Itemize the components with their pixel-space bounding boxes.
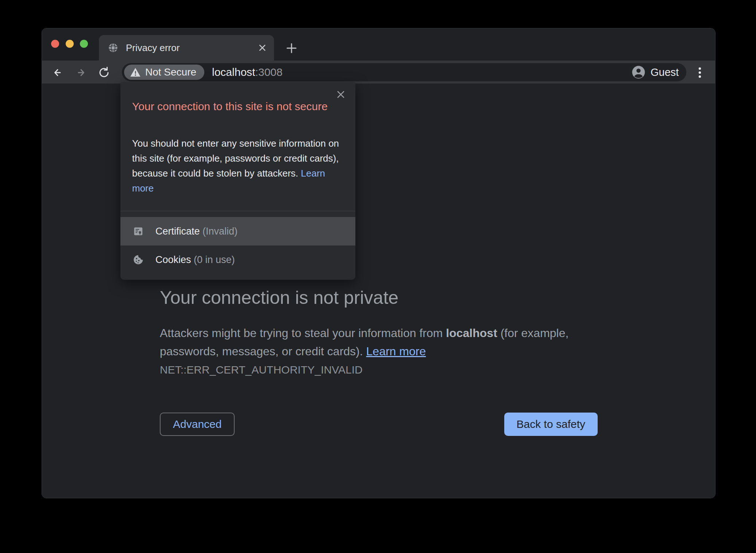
page-description-prefix: Attackers might be trying to steal your … — [160, 326, 446, 340]
not-secure-chip[interactable]: Not Secure — [124, 65, 204, 80]
new-tab-icon[interactable] — [284, 40, 300, 56]
three-dot-menu-icon[interactable] — [693, 65, 707, 81]
advanced-button[interactable]: Advanced — [160, 413, 235, 436]
browser-window: Privacy error — [42, 28, 716, 498]
back-icon[interactable] — [51, 65, 65, 80]
url-host: localhost — [212, 66, 255, 78]
tab-strip: Privacy error — [42, 28, 715, 61]
tab-close-icon[interactable] — [256, 42, 268, 54]
certificate-icon — [133, 226, 144, 237]
popup-heading: Your connection to this site is not secu… — [132, 97, 336, 116]
url-text: localhost:3008 — [212, 63, 282, 81]
tab-title: Privacy error — [126, 35, 180, 61]
site-security-popup: Your connection to this site is not secu… — [120, 82, 355, 280]
warning-triangle-icon — [130, 67, 141, 77]
desktop-background: Privacy error — [0, 0, 756, 553]
cookies-menu-item[interactable]: Cookies (0 in use) — [120, 245, 355, 274]
toolbar: Not Secure localhost:3008 Guest — [42, 61, 715, 84]
window-close-button[interactable] — [51, 40, 59, 48]
page-title: Your connection is not private — [160, 286, 598, 309]
address-bar[interactable]: Not Secure localhost:3008 — [122, 63, 664, 81]
certificate-row-text: Certificate (Invalid) — [155, 226, 238, 237]
window-zoom-button[interactable] — [80, 40, 88, 48]
page-description: Attackers might be trying to steal your … — [160, 324, 601, 360]
globe-icon — [108, 43, 118, 53]
window-minimize-button[interactable] — [66, 40, 74, 48]
back-to-safety-button[interactable]: Back to safety — [504, 413, 598, 436]
profile-label: Guest — [651, 66, 679, 78]
reload-icon[interactable] — [97, 65, 111, 80]
certificate-label: Certificate — [155, 226, 200, 237]
tab-privacy-error[interactable]: Privacy error — [99, 35, 274, 61]
forward-icon[interactable] — [73, 65, 88, 80]
avatar-icon — [632, 65, 645, 79]
profile-button[interactable]: Guest — [629, 63, 686, 81]
cookies-status: (0 in use) — [194, 254, 235, 265]
not-secure-label: Not Secure — [145, 66, 196, 78]
cookies-row-text: Cookies (0 in use) — [155, 254, 235, 266]
button-row: Advanced Back to safety — [160, 413, 598, 436]
cookie-icon — [133, 254, 144, 265]
certificate-menu-item[interactable]: Certificate (Invalid) — [120, 217, 355, 245]
popup-divider — [120, 211, 355, 211]
page-description-host: localhost — [446, 326, 497, 340]
url-port: :3008 — [255, 66, 282, 78]
cookies-label: Cookies — [155, 254, 191, 265]
certificate-status: (Invalid) — [202, 226, 238, 237]
popup-body: You should not enter any sensitive infor… — [132, 136, 348, 196]
page-learn-more-link[interactable]: Learn more — [366, 345, 426, 358]
error-code: NET::ERR_CERT_AUTHORITY_INVALID — [160, 364, 363, 376]
